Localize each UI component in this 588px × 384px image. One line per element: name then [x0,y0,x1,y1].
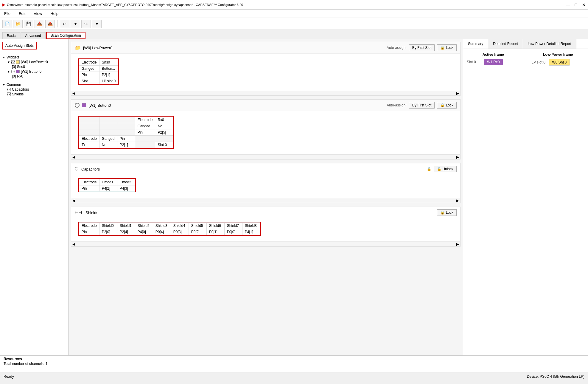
w0-label[interactable]: [W0] LowPower0 [21,60,48,64]
w1-scroll[interactable]: ◀ ▶ [71,154,460,159]
w0-table: Electrode Sns0 Ganged Button... Pin P2[1… [78,58,119,85]
new-button[interactable]: 📄 [2,20,12,28]
sh-scroll-left[interactable]: ◀ [72,242,75,246]
title-bar: ▶ C:/mtw/mtb-example-psoc4-msclp-low-pow… [0,0,588,10]
menu-edit[interactable]: Edit [17,11,27,16]
cap-scroll-left[interactable]: ◀ [72,199,75,203]
resources-bar: Resources Total number of channels: 1 [0,355,588,372]
capacitors-unlock-button[interactable]: 🔓 Unlock [434,166,457,172]
w1-tx-empty4 [79,123,99,129]
cap-electrode-header: Electrode [79,179,99,185]
low-power-frame-section: Low-Power frame LP slot 0 W0 Sns0 [532,52,585,67]
shields-scroll[interactable]: ◀ ▶ [71,241,460,246]
resources-title: Resources [4,357,584,361]
capacitors-checkbox[interactable]: ✓ [7,88,11,91]
shields-table: Electrode Shield0 Shield1 Shield2 Shield… [78,222,261,236]
tab-scan-configuration[interactable]: Scan Configuration [46,32,85,39]
lp-frame-title: Low-Power frame [532,52,585,57]
right-panel: Summary Detailed Report Low Power Detail… [463,39,588,355]
auto-assign-slots-button[interactable]: Auto-Assign Slots [2,42,37,49]
slot0-badge: W1 Rx0 [484,59,503,65]
w1-arrow[interactable]: ▼ [7,70,10,73]
w0-electrode-header: Electrode [79,59,99,66]
menu-view[interactable]: View [32,11,44,16]
tab-advanced[interactable]: Advanced [21,32,45,39]
w0-scroll[interactable]: ◀ ▶ [71,91,460,95]
widgets-arrow[interactable]: ▼ [2,56,5,59]
w0-section: 📁 [W0] LowPower0 Auto-assign: By First S… [71,42,461,96]
lp-slot0-row: LP slot 0 W0 Sns0 [532,59,585,66]
sh-s5-header: Shield5 [189,223,206,229]
w0-by-first-slot-button[interactable]: By First Slot [409,44,435,51]
w1-scroll-left[interactable]: ◀ [72,155,75,159]
sh-electrode-header: Electrode [79,223,99,229]
sh-pin5: P0[2] [189,229,206,235]
w0-arrow[interactable]: ▼ [7,61,10,64]
sh-scroll-right[interactable]: ▶ [456,242,459,246]
shields-header: ⊢⊣ Shields 🔒 Lock [71,207,460,218]
w1-slot-empty [135,136,155,142]
sh-s4-header: Shield4 [171,223,189,229]
redo-dropdown[interactable]: ▾ [92,20,102,28]
shields-label[interactable]: Shields [12,92,24,96]
shields-lock-button[interactable]: 🔒 Lock [437,209,457,216]
maximize-button[interactable]: □ [575,2,577,7]
cap-scroll-right[interactable]: ▶ [456,199,459,203]
w1-rx0-label[interactable]: [0] Rx0 [12,74,23,78]
w1-label[interactable]: [W1] Button0 [21,69,41,74]
sh-pin4: P0[3] [171,229,189,235]
save-button[interactable]: 💾 [24,20,33,28]
common-arrow[interactable]: ▼ [2,83,5,86]
w0-lock-button[interactable]: 🔒 Lock [437,44,457,51]
tab-low-power-report[interactable]: Low Power Detailed Report [523,39,576,49]
w1-scroll-right[interactable]: ▶ [456,155,459,159]
w1-radio-icon [75,103,80,108]
import-button[interactable]: 📥 [35,20,44,28]
w1-tx-empty9 [117,129,135,136]
close-button[interactable]: ✕ [582,2,586,7]
w0-sns0-label[interactable]: [0] Sns0 [12,65,25,69]
w0-color-icon [16,60,20,64]
undo-dropdown[interactable]: ▾ [71,20,80,28]
w1-tx-row-ganged: No [99,142,117,148]
cap-scroll[interactable]: ◀ ▶ [71,198,460,203]
app-icon: ▶ [2,3,5,7]
w1-section: [W1] Button0 Auto-assign: By First Slot … [71,99,461,160]
scroll-right-btn[interactable]: ▶ [456,91,459,95]
capacitors-label[interactable]: Capacitors [12,87,29,92]
capacitors-lock-icon: 🔒 [427,167,431,171]
sh-s3-header: Shield3 [153,223,171,229]
cap-cmod1-header: Cmod1 [99,179,117,185]
w0-ganged-val: Button... [99,66,118,72]
lp-slot0-label: LP slot 0 [532,60,547,64]
sh-pin-header: Pin [79,229,99,235]
shields-icon: ⊢⊣ [75,210,82,215]
w1-lock-button[interactable]: 🔒 Lock [437,102,457,109]
w1-tx-empty3 [117,117,135,123]
w1-by-first-slot-button[interactable]: By First Slot [409,102,435,109]
menu-file[interactable]: File [2,11,12,16]
w1-tx-empty1 [79,117,99,123]
w1-slot-empty3 [135,142,155,148]
w0-slot-header: Slot [79,78,99,84]
undo-button[interactable]: ↩ [60,20,69,28]
tab-detailed-report[interactable]: Detailed Report [488,39,523,49]
scroll-left-btn[interactable]: ◀ [72,91,75,95]
menu-help[interactable]: Help [49,11,60,16]
open-button[interactable]: 📂 [13,20,23,28]
sh-s1-header: Shield1 [117,223,135,229]
sh-pin0: P2[0] [99,229,117,235]
shields-checkbox[interactable]: ✓ [7,92,11,96]
export-button[interactable]: 📤 [45,20,55,28]
w0-folder-icon: 📁 [75,45,81,51]
tab-basic[interactable]: Basic [2,32,20,39]
resources-channels: Total number of channels: 1 [4,362,584,366]
active-frame-title: Active frame [467,52,520,57]
cap-header: 🛡 Capacitors 🔒 🔓 Unlock [71,163,460,175]
minimize-button[interactable]: — [566,2,570,7]
redo-button[interactable]: ↪ [81,20,91,28]
tab-summary[interactable]: Summary [463,39,488,49]
w0-checkbox[interactable]: ✓ [11,60,15,64]
w1-tx-ganged-header: Ganged [99,136,117,142]
w1-checkbox[interactable]: ✓ [11,70,15,73]
